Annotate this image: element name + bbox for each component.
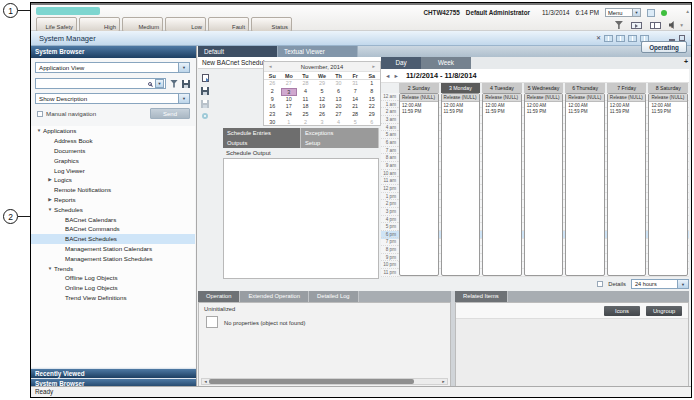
tree-item-remote-notifications[interactable]: Remote Notifications: [31, 185, 195, 195]
calendar-day-6[interactable]: 6: [363, 119, 380, 127]
calendar-day-31[interactable]: 31: [347, 80, 364, 88]
day-header-6-thursday[interactable]: 6 Thursday: [565, 83, 605, 93]
calendar-day-8[interactable]: 8: [363, 88, 380, 96]
tree-item-reports[interactable]: ▶Reports: [31, 195, 195, 205]
calendar-day-2[interactable]: 2: [297, 119, 314, 127]
save-as-icon[interactable]: [201, 100, 209, 108]
schedule-entry[interactable]: Release (NULL)12:00 AM11:59 PM: [482, 93, 522, 276]
tree-item-bacnet-schedules[interactable]: BACnet Schedules: [31, 234, 195, 244]
calendar-day-12[interactable]: 12: [314, 96, 331, 104]
tree-item-graphics[interactable]: Graphics: [31, 155, 195, 165]
icons-button[interactable]: Icons: [604, 306, 640, 316]
calendar-day-29[interactable]: 29: [314, 80, 331, 88]
tab-week[interactable]: Week: [421, 57, 471, 69]
lens-tab[interactable]: [36, 7, 100, 15]
calendar-day-11[interactable]: 11: [297, 96, 314, 104]
day-header-2-sunday[interactable]: 2 Sunday: [399, 83, 439, 93]
export-icon[interactable]: [202, 74, 209, 82]
filter-icon[interactable]: [615, 21, 623, 29]
tree-item-online-log-objects[interactable]: Online Log Objects: [31, 283, 195, 293]
tree-item-trends[interactable]: ▼Trends: [31, 263, 195, 273]
tab-extended-operation[interactable]: Extended Operation: [240, 291, 309, 302]
tab-setup[interactable]: Setup: [301, 138, 379, 148]
calendar-day-5[interactable]: 5: [347, 119, 364, 127]
calendar-day-17[interactable]: 17: [281, 103, 298, 111]
tree-item-management-station-calendars[interactable]: Management Station Calendars: [31, 244, 195, 254]
calendar-day-27[interactable]: 27: [281, 80, 298, 88]
tree-item-schedules[interactable]: ▼Schedules: [31, 204, 195, 214]
summary-button-high[interactable]: High: [79, 17, 120, 32]
schedule-entry[interactable]: Release (NULL)12:00 AM11:59 PM: [565, 93, 605, 276]
menu-dropdown[interactable]: Menu ▼: [605, 8, 641, 17]
tab-detailed-log[interactable]: Detailed Log: [309, 291, 359, 302]
previous-week-icon[interactable]: ◄: [385, 73, 390, 79]
calendar-day-30[interactable]: 30: [330, 80, 347, 88]
system-browser-header[interactable]: System Browser: [31, 46, 196, 58]
scroll-right-icon[interactable]: ►: [440, 379, 447, 384]
tree-expander-icon[interactable]: ▼: [46, 266, 54, 271]
calendar-day-15[interactable]: 15: [363, 96, 380, 104]
calendar-day-3[interactable]: 3: [314, 119, 331, 127]
tree-item-trend-view-definitions[interactable]: Trend View Definitions: [31, 293, 195, 303]
tree-item-bacnet-commands[interactable]: BACnet Commands: [31, 224, 195, 234]
tree-expander-icon[interactable]: ▶: [46, 177, 54, 182]
calendar-day-6[interactable]: 6: [330, 88, 347, 96]
manual-navigation-checkbox[interactable]: [37, 111, 43, 117]
search-input[interactable]: ▼: [35, 78, 166, 89]
add-icon[interactable]: +: [684, 58, 688, 65]
summary-button-low[interactable]: Low: [165, 17, 206, 32]
window-mode-icon[interactable]: [647, 9, 655, 17]
tree-expander-icon[interactable]: ▶: [46, 197, 54, 202]
day-header-5-wednesday[interactable]: 5 Wednesday: [524, 83, 564, 93]
calendar-day-21[interactable]: 21: [347, 103, 364, 111]
tree-expander-icon[interactable]: ▼: [35, 128, 43, 133]
previous-month-icon[interactable]: ◄: [268, 64, 272, 69]
summary-button-medium[interactable]: Medium: [122, 17, 163, 32]
send-button[interactable]: Send: [150, 108, 190, 119]
day-header-8-saturday[interactable]: 8 Saturday: [648, 83, 688, 93]
schedule-entry[interactable]: Release (NULL)12:00 AM11:59 PM: [524, 93, 564, 276]
schedule-output-list[interactable]: [223, 158, 379, 279]
calendar-day-10[interactable]: 10: [281, 96, 298, 104]
tab-default[interactable]: Default: [198, 46, 278, 57]
chevron-down-icon[interactable]: ▼: [155, 79, 164, 88]
day-header-7-friday[interactable]: 7 Friday: [607, 83, 647, 93]
calendar-day-23[interactable]: 23: [264, 111, 281, 119]
layout-option-3-icon[interactable]: [628, 35, 637, 42]
calendar-day-5[interactable]: 5: [314, 88, 331, 96]
calendar-day-20[interactable]: 20: [330, 103, 347, 111]
schedule-entry[interactable]: Release (NULL)12:00 AM11:59 PM: [441, 93, 481, 276]
view-selector[interactable]: Application View ▼: [35, 62, 190, 73]
save-icon[interactable]: [182, 80, 190, 88]
hours-range-dropdown[interactable]: 24 hours ▼: [631, 279, 689, 289]
layout-icon[interactable]: [650, 22, 661, 29]
tab-exceptions[interactable]: Exceptions: [301, 128, 379, 138]
calendar-day-26[interactable]: 26: [264, 80, 281, 88]
details-checkbox[interactable]: [597, 281, 603, 287]
tree-item-documents[interactable]: Documents: [31, 146, 195, 156]
description-selector[interactable]: Show Description ▼: [35, 93, 190, 104]
calendar-day-27[interactable]: 27: [330, 111, 347, 119]
recently-viewed-bar[interactable]: Recently Viewed: [31, 368, 196, 378]
calendar-day-22[interactable]: 22: [363, 103, 380, 111]
next-week-icon[interactable]: ►: [393, 73, 398, 79]
tab-day[interactable]: Day: [381, 57, 421, 69]
day-header-4-tuesday[interactable]: 4 Tuesday: [482, 83, 522, 93]
settings-icon[interactable]: [202, 113, 208, 119]
save-icon[interactable]: [201, 87, 209, 95]
tree-item-log-viewer[interactable]: Log Viewer: [31, 165, 195, 175]
schedule-entry[interactable]: Release (NULL)12:00 AM11:59 PM: [399, 93, 439, 276]
tree-item-management-station-schedules[interactable]: Management Station Schedules: [31, 253, 195, 263]
layout-option-2-icon[interactable]: [616, 35, 625, 42]
tab-schedule-entries[interactable]: Schedule Entries: [223, 128, 301, 138]
tree-item-logics[interactable]: ▶Logics: [31, 175, 195, 185]
calendar-day-18[interactable]: 18: [297, 103, 314, 111]
calendar-day-13[interactable]: 13: [330, 96, 347, 104]
summary-button-status[interactable]: Status: [251, 17, 292, 32]
summary-button-life-safety[interactable]: Life Safety: [36, 17, 77, 32]
schedule-entry[interactable]: Release (NULL)12:00 AM11:59 PM: [648, 93, 688, 276]
tab-operation[interactable]: Operation: [198, 291, 240, 302]
tab-textual-viewer[interactable]: Textual Viewer: [278, 46, 358, 57]
scroll-left-icon[interactable]: ◄: [202, 379, 209, 384]
calendar-day-29[interactable]: 29: [363, 111, 380, 119]
